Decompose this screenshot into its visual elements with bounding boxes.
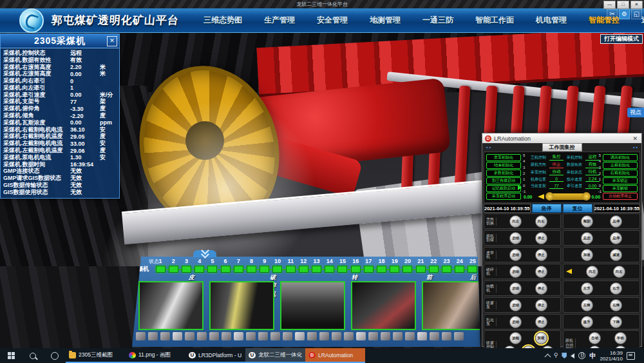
camera-thumbnail[interactable] <box>138 281 204 330</box>
control-button[interactable]: 启动 <box>509 232 522 244</box>
control-button[interactable]: 停止 <box>535 282 547 295</box>
control-button[interactable]: 提升 <box>581 316 593 328</box>
status-square[interactable] <box>247 266 256 273</box>
film-frame[interactable] <box>356 332 366 340</box>
status-square[interactable] <box>194 266 204 273</box>
camera-thumbnail[interactable] <box>209 281 274 330</box>
film-frame[interactable] <box>234 332 243 340</box>
control-button[interactable]: 停止 <box>535 249 547 261</box>
film-frame[interactable] <box>270 332 280 340</box>
status-square[interactable] <box>377 266 386 273</box>
camera-thumbnail[interactable] <box>422 281 487 330</box>
control-button[interactable]: 停止 <box>535 266 547 278</box>
control-button[interactable]: 停止 <box>535 232 547 244</box>
film-frame[interactable] <box>197 332 207 340</box>
init-button[interactable]: 参数初始化 <box>486 170 521 177</box>
control-button[interactable]: 右降 <box>610 299 622 311</box>
cortana-button[interactable] <box>44 348 66 363</box>
start-button[interactable] <box>0 348 22 363</box>
status-square[interactable] <box>272 266 282 273</box>
lra-close-icon[interactable]: ✕ <box>631 135 639 142</box>
film-frame[interactable] <box>160 332 170 340</box>
film-frame[interactable] <box>283 332 292 340</box>
usb-icon[interactable]: ⚲ <box>554 348 558 363</box>
minimize-button[interactable]: — <box>603 1 616 9</box>
network-icon[interactable] <box>578 352 585 359</box>
film-frame[interactable] <box>222 332 231 340</box>
search-button[interactable] <box>22 348 44 363</box>
taskbar-task[interactable]: U龙软二三维一体化... <box>245 348 305 363</box>
film-frame[interactable] <box>430 332 439 340</box>
status-square[interactable] <box>234 266 243 273</box>
control-button[interactable]: 右升 <box>610 282 622 295</box>
status-square[interactable] <box>312 266 321 273</box>
security-shield-icon[interactable] <box>562 353 567 358</box>
camera-thumbnail[interactable] <box>351 281 416 330</box>
tools-icon[interactable]: ✂ <box>607 9 618 19</box>
control-button[interactable]: 启动 <box>509 316 522 328</box>
film-frame[interactable] <box>185 332 194 340</box>
status-square[interactable] <box>429 266 439 273</box>
control-button[interactable]: 启动 <box>509 299 522 311</box>
taskbar-task[interactable]: ULR3DPlatform - U... <box>185 348 245 363</box>
collapse-strip-button[interactable] <box>193 250 216 257</box>
control-button[interactable]: 向左 <box>509 215 522 228</box>
reset-button[interactable]: 复位 <box>563 204 592 213</box>
status-square[interactable] <box>468 266 477 273</box>
panel-close-icon[interactable]: ✕ <box>107 36 117 46</box>
taskbar-clock[interactable]: 16:39 2021/4/10 <box>600 350 623 362</box>
control-button[interactable]: 总停 <box>610 215 622 228</box>
nav-item-6[interactable]: 智能工作面 <box>475 15 514 26</box>
nav-item-4[interactable]: 地测管理 <box>370 15 401 26</box>
film-frame[interactable] <box>246 332 256 340</box>
nav-item-7[interactable]: 机电管理 <box>536 15 567 26</box>
film-frame[interactable] <box>368 332 378 340</box>
film-frame[interactable] <box>393 332 402 340</box>
film-frame[interactable] <box>173 332 182 340</box>
status-square[interactable] <box>442 266 451 273</box>
film-frame[interactable] <box>381 332 390 340</box>
init-button[interactable]: 调高初始化 <box>603 154 638 161</box>
film-frame[interactable] <box>319 332 329 340</box>
control-button[interactable]: 双喷 <box>535 332 547 344</box>
control-button[interactable]: 启动 <box>509 282 522 295</box>
init-button[interactable]: 左截初始化 <box>603 162 638 169</box>
control-button[interactable]: 总停 <box>610 232 622 244</box>
tray-expand-icon[interactable] <box>544 353 551 360</box>
control-button[interactable]: 自动 <box>589 332 601 344</box>
film-frame[interactable] <box>332 332 341 340</box>
camera-thumbnail[interactable] <box>280 281 345 330</box>
nav-item-1[interactable]: 三维态势图 <box>204 15 242 26</box>
film-frame[interactable] <box>454 332 464 340</box>
restore-window-icon[interactable]: ◱ <box>631 9 642 19</box>
viewpoint-tab[interactable]: 视点 <box>627 108 644 117</box>
film-frame[interactable] <box>258 332 268 340</box>
status-square[interactable] <box>221 266 231 273</box>
init-button[interactable]: 右截初始化 <box>603 170 638 177</box>
control-button[interactable]: 下降 <box>610 316 622 328</box>
control-button[interactable]: 左升 <box>581 282 593 295</box>
tab-workface-control[interactable]: 工作面集控 <box>542 143 582 152</box>
control-button[interactable]: 顺割 <box>581 215 593 228</box>
control-button[interactable]: 停止 <box>535 316 547 328</box>
status-square[interactable] <box>207 266 217 273</box>
control-button[interactable]: 停止 <box>535 299 547 311</box>
taskbar-task[interactable]: DLRAutomation <box>305 348 365 363</box>
film-frame[interactable] <box>136 332 146 340</box>
film-frame[interactable] <box>209 332 219 340</box>
open-edit-mode-button[interactable]: 打开编辑模式 <box>600 34 643 44</box>
film-frame[interactable] <box>405 332 415 340</box>
status-square[interactable] <box>402 266 412 273</box>
init-button[interactable]: 结束初始化 <box>486 162 521 169</box>
status-square[interactable] <box>156 266 166 273</box>
init-button[interactable]: 发车初始化 <box>486 154 521 161</box>
lra-titlebar[interactable]: D LRAutomation ✕ <box>482 133 641 143</box>
film-frame[interactable] <box>442 332 451 340</box>
status-square[interactable] <box>364 266 374 273</box>
film-frame[interactable] <box>417 332 427 340</box>
control-button[interactable]: 减速 <box>610 249 622 261</box>
film-frame[interactable] <box>307 332 317 340</box>
control-button[interactable]: 远程 <box>509 332 522 344</box>
ime-indicator[interactable]: 中 <box>589 351 596 360</box>
film-frame[interactable] <box>295 332 305 340</box>
